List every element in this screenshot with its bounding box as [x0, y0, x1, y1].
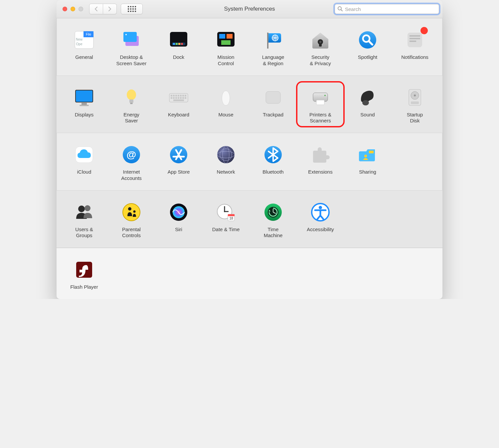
pref-label: Flash Player	[61, 284, 107, 290]
pref-label: Keyboard	[156, 112, 202, 118]
pref-icloud[interactable]: iCloud	[61, 141, 108, 184]
pref-label: General	[61, 54, 107, 61]
pref-internet[interactable]: Internet Accounts	[108, 141, 155, 184]
pref-accessibility[interactable]: Accessibility	[297, 199, 344, 241]
pref-startup[interactable]: Startup Disk	[391, 84, 438, 126]
search-icon	[337, 6, 343, 11]
pref-label: Notifications	[392, 54, 438, 61]
pref-users[interactable]: Users & Groups	[61, 199, 108, 241]
pref-desktop[interactable]: Desktop & Screen Saver	[108, 26, 155, 69]
back-button[interactable]	[89, 4, 103, 14]
pref-keyboard[interactable]: Keyboard	[155, 84, 202, 126]
pref-label: Startup Disk	[392, 112, 438, 124]
pref-row: GeneralDesktop & Screen SaverDockMission…	[57, 18, 442, 75]
pref-label: Users & Groups	[61, 226, 107, 239]
pref-label: Extensions	[297, 169, 343, 175]
pref-bluetooth[interactable]: Bluetooth	[250, 141, 297, 184]
pref-row: DisplaysEnergy SaverKeyboardMouseTrackpa…	[57, 75, 442, 133]
appstore-icon	[167, 143, 190, 166]
network-icon	[214, 143, 238, 166]
sound-icon	[356, 86, 379, 109]
minimize-window-button[interactable]	[71, 7, 75, 11]
mission-icon	[214, 28, 238, 52]
pref-parental[interactable]: Parental Controls	[108, 199, 155, 241]
pref-label: Mouse	[203, 112, 249, 118]
internet-icon	[120, 143, 143, 166]
pref-general[interactable]: General	[61, 26, 108, 69]
search-input[interactable]	[335, 4, 439, 14]
pref-label: Parental Controls	[108, 226, 154, 239]
icloud-icon	[73, 143, 96, 166]
pref-language[interactable]: Language & Region	[250, 26, 297, 69]
pref-label: Sound	[345, 112, 391, 118]
displays-icon	[73, 86, 96, 109]
energy-icon	[120, 86, 143, 109]
pref-displays[interactable]: Displays	[61, 84, 108, 126]
pref-row: iCloudInternet AccountsApp StoreNetworkB…	[57, 133, 442, 190]
titlebar: System Preferences	[57, 0, 442, 18]
desktop-icon	[120, 28, 143, 52]
sharing-icon	[356, 143, 379, 166]
parental-icon	[120, 201, 143, 224]
pref-label: Energy Saver	[108, 112, 154, 124]
pref-flash[interactable]: Flash Player	[61, 256, 108, 292]
pref-label: Trackpad	[250, 112, 296, 118]
pref-row: Flash Player	[57, 248, 442, 299]
pref-label: iCloud	[61, 169, 107, 175]
pref-label: Accessibility	[297, 226, 343, 233]
pref-timemachine[interactable]: Time Machine	[250, 199, 297, 241]
notifications-icon	[403, 28, 426, 52]
forward-button[interactable]	[103, 4, 117, 14]
pref-printers[interactable]: Printers & Scanners	[296, 81, 345, 128]
pref-label: Dock	[156, 54, 202, 61]
pref-mission[interactable]: Mission Control	[202, 26, 250, 69]
pref-label: Mission Control	[203, 54, 249, 67]
notification-badge	[420, 27, 428, 34]
pref-label: Spotlight	[345, 54, 391, 61]
mouse-icon	[214, 86, 238, 109]
pref-notifications[interactable]: Notifications	[391, 26, 438, 69]
pref-label: Printers & Scanners	[298, 112, 343, 124]
accessibility-icon	[309, 201, 332, 224]
preferences-grid: GeneralDesktop & Screen SaverDockMission…	[57, 18, 442, 299]
pref-label: Displays	[61, 112, 107, 118]
pref-extensions[interactable]: Extensions	[297, 141, 344, 184]
pref-sharing[interactable]: Sharing	[344, 141, 391, 184]
pref-security[interactable]: Security & Privacy	[297, 26, 344, 69]
pref-label: App Store	[156, 169, 202, 175]
pref-spotlight[interactable]: Spotlight	[344, 26, 391, 69]
trackpad-icon	[261, 86, 285, 109]
general-icon	[73, 28, 96, 52]
pref-label: Language & Region	[250, 54, 296, 67]
pref-dock[interactable]: Dock	[155, 26, 202, 69]
pref-sound[interactable]: Sound	[344, 84, 391, 126]
pref-label: Date & Time	[203, 226, 249, 233]
language-icon	[261, 28, 285, 52]
pref-label: Internet Accounts	[108, 169, 154, 182]
zoom-window-button[interactable]	[79, 7, 83, 11]
pref-siri[interactable]: Siri	[155, 199, 202, 241]
pref-energy[interactable]: Energy Saver	[108, 84, 155, 126]
timemachine-icon	[261, 201, 285, 224]
pref-label: Network	[203, 169, 249, 175]
pref-row: Users & GroupsParental ControlsSiriDate …	[57, 190, 442, 248]
system-preferences-window: System Preferences GeneralDesktop & Scre…	[57, 0, 442, 299]
grid-icon	[128, 6, 136, 12]
users-icon	[73, 201, 96, 224]
window-controls	[63, 7, 83, 11]
dock-icon	[167, 28, 190, 52]
pref-trackpad[interactable]: Trackpad	[250, 84, 297, 126]
pref-label: Sharing	[345, 169, 391, 175]
spotlight-icon	[356, 28, 379, 52]
pref-mouse[interactable]: Mouse	[202, 84, 250, 126]
bluetooth-icon	[261, 143, 285, 166]
pref-datetime[interactable]: Date & Time	[202, 199, 250, 241]
pref-label: Bluetooth	[250, 169, 296, 175]
close-window-button[interactable]	[63, 7, 67, 11]
show-all-button[interactable]	[121, 4, 143, 14]
pref-network[interactable]: Network	[202, 141, 250, 184]
svg-line-103	[341, 10, 342, 11]
pref-appstore[interactable]: App Store	[155, 141, 202, 184]
siri-icon	[167, 201, 190, 224]
pref-label: Siri	[156, 226, 202, 233]
